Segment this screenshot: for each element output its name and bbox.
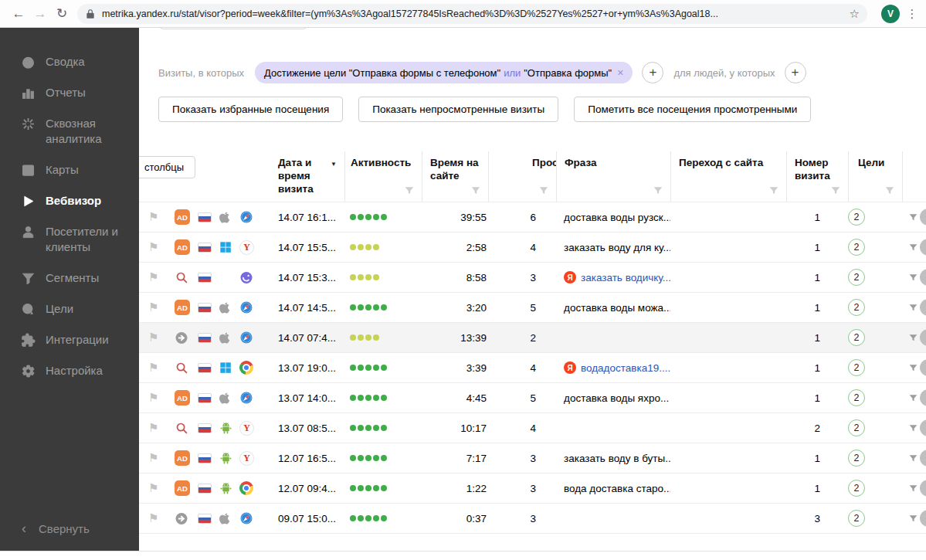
- search-phrase[interactable]: заказать водичку...: [581, 272, 670, 283]
- table-row[interactable]: ⚑AD12.07 09:4...1:223вода доставка старо…: [139, 473, 926, 503]
- sidebar-item-layout[interactable]: Карты: [0, 154, 139, 185]
- row-filter-funnel-icon[interactable]: [908, 363, 918, 373]
- column-header[interactable]: Переход с сайта: [670, 151, 786, 202]
- play-button[interactable]: [920, 329, 926, 346]
- row-filter-funnel-icon[interactable]: [908, 243, 918, 253]
- row-filter-funnel-icon[interactable]: [908, 333, 918, 343]
- sort-desc-icon[interactable]: ▼: [331, 158, 337, 171]
- add-people-condition-button[interactable]: +: [785, 62, 806, 83]
- goals-badge[interactable]: 2: [848, 419, 865, 436]
- play-button[interactable]: [920, 299, 926, 316]
- flag-icon[interactable]: ⚑: [148, 331, 158, 344]
- column-header[interactable]: Время на сайте: [422, 151, 488, 202]
- column-filter-funnel-icon[interactable]: [538, 185, 549, 196]
- goals-badge[interactable]: 2: [848, 269, 865, 286]
- column-header[interactable]: Номер визита: [786, 151, 848, 202]
- close-icon[interactable]: ×: [617, 66, 623, 79]
- table-row[interactable]: ⚑AD13.07 14:0...4:455доставка воды яхро.…: [139, 382, 926, 412]
- column-header[interactable]: Активность: [344, 151, 422, 202]
- play-button[interactable]: [920, 239, 926, 256]
- column-filter-funnel-icon[interactable]: [470, 185, 481, 196]
- sidebar-item-target[interactable]: Цели: [0, 294, 139, 324]
- add-visit-condition-button[interactable]: +: [642, 62, 663, 83]
- goals-badge[interactable]: 2: [848, 209, 865, 226]
- row-filter-funnel-icon[interactable]: [908, 303, 918, 313]
- table-row[interactable]: ⚑Y13.07 08:5...10:17422: [139, 412, 926, 443]
- goals-badge[interactable]: 2: [848, 299, 865, 316]
- sidebar-item-funnel[interactable]: Сегменты: [0, 263, 139, 294]
- flag-icon[interactable]: ⚑: [148, 240, 158, 254]
- table-row[interactable]: ⚑09.07 15:0...0:37332: [139, 503, 926, 533]
- goals-badge[interactable]: 2: [848, 450, 865, 467]
- show-favorites-button[interactable]: Показать избранные посещения: [158, 97, 343, 122]
- flag-icon[interactable]: ⚑: [148, 421, 158, 435]
- play-button[interactable]: [920, 450, 926, 467]
- row-filter-funnel-icon[interactable]: [908, 514, 918, 524]
- column-header[interactable]: Дата и время визита▼: [270, 151, 344, 202]
- bookmark-star-icon[interactable]: ☆: [850, 7, 860, 21]
- column-filter-funnel-icon[interactable]: [884, 185, 895, 196]
- goals-badge[interactable]: 2: [848, 389, 865, 406]
- table-row[interactable]: ⚑AD14.07 14:5...3:205доставка воды можа.…: [139, 292, 926, 322]
- goals-badge[interactable]: 2: [848, 480, 865, 497]
- table-row[interactable]: ⚑AD14.07 16:1...39:556доставка воды рузс…: [139, 202, 926, 232]
- flag-icon[interactable]: ⚑: [148, 210, 158, 224]
- sidebar-item-burst[interactable]: Сквозная аналитика: [0, 108, 139, 154]
- row-filter-funnel-icon[interactable]: [908, 423, 918, 433]
- reload-icon[interactable]: ↻: [51, 3, 73, 25]
- goals-badge[interactable]: 2: [848, 510, 865, 527]
- table-row[interactable]: ⚑14.07 07:4...13:39212: [139, 322, 926, 352]
- goals-badge[interactable]: 2: [848, 329, 865, 346]
- goal-filter-chip[interactable]: Достижение цели "Отправка формы с телефо…: [255, 62, 633, 83]
- play-button[interactable]: [920, 389, 926, 406]
- browser-menu-icon[interactable]: ⋮: [906, 7, 918, 21]
- table-body: ⚑AD14.07 16:1...39:556доставка воды рузс…: [139, 202, 926, 534]
- goals-badge[interactable]: 2: [848, 239, 865, 256]
- column-header[interactable]: Цели: [848, 151, 902, 202]
- flag-icon[interactable]: ⚑: [148, 451, 158, 465]
- sidebar-item-gauge[interactable]: Сводка: [0, 46, 139, 77]
- table-row[interactable]: ⚑14.07 15:3...8:583Язаказать водичку...1…: [139, 262, 926, 292]
- search-phrase[interactable]: водадоставка19....: [581, 362, 670, 374]
- flag-icon[interactable]: ⚑: [148, 361, 158, 375]
- row-filter-funnel-icon[interactable]: [908, 393, 918, 403]
- column-filter-funnel-icon[interactable]: [404, 185, 415, 196]
- flag-icon[interactable]: ⚑: [148, 300, 158, 314]
- goals-badge[interactable]: 2: [848, 359, 865, 376]
- back-icon[interactable]: ←: [8, 3, 29, 25]
- flag-icon[interactable]: ⚑: [148, 391, 158, 405]
- play-button[interactable]: [920, 269, 926, 286]
- play-button[interactable]: [920, 510, 926, 527]
- sidebar-item-puzzle[interactable]: Интеграции: [0, 324, 139, 355]
- flag-icon[interactable]: ⚑: [148, 511, 158, 525]
- flag-icon[interactable]: ⚑: [148, 270, 158, 284]
- sidebar-item-bar-chart[interactable]: Отчеты: [0, 77, 139, 108]
- play-button[interactable]: [920, 419, 926, 436]
- table-row[interactable]: ⚑13.07 19:0...3:394Яводадоставка19....12: [139, 352, 926, 382]
- column-header[interactable]: Фраза: [556, 151, 670, 202]
- column-filter-funnel-icon[interactable]: [768, 185, 779, 196]
- column-filter-funnel-icon[interactable]: [653, 185, 663, 196]
- russia-flag-icon: [198, 484, 212, 494]
- show-unviewed-button[interactable]: Показать непросмотренные визиты: [358, 97, 558, 122]
- row-filter-funnel-icon[interactable]: [908, 484, 918, 494]
- flag-icon[interactable]: ⚑: [148, 481, 158, 495]
- sidebar-item-gear[interactable]: Настройка: [0, 355, 139, 386]
- table-row[interactable]: ⚑ADY14.07 15:5...2:584заказать воду для …: [139, 232, 926, 262]
- play-button[interactable]: [920, 480, 926, 497]
- sidebar-item-person[interactable]: Посетители и клиенты: [0, 216, 139, 263]
- avatar[interactable]: V: [881, 5, 900, 23]
- column-filter-funnel-icon[interactable]: [830, 185, 841, 196]
- column-header[interactable]: Просмо: [488, 151, 556, 202]
- sidebar-collapse-button[interactable]: ‹ Свернуть: [22, 521, 90, 537]
- mark-all-viewed-button[interactable]: Пометить все посещения просмотренными: [574, 97, 811, 122]
- forward-icon[interactable]: →: [29, 3, 51, 25]
- play-button[interactable]: [920, 209, 926, 226]
- sidebar-item-play[interactable]: Вебвизор: [0, 185, 139, 216]
- address-bar[interactable]: metrika.yandex.ru/stat/visor?period=week…: [77, 4, 867, 24]
- row-filter-funnel-icon[interactable]: [908, 273, 918, 283]
- table-row[interactable]: ⚑ADY12.07 16:5...7:173заказать воду в бу…: [139, 443, 926, 473]
- row-filter-funnel-icon[interactable]: [908, 453, 918, 463]
- play-button[interactable]: [920, 359, 926, 376]
- row-filter-funnel-icon[interactable]: [908, 212, 918, 222]
